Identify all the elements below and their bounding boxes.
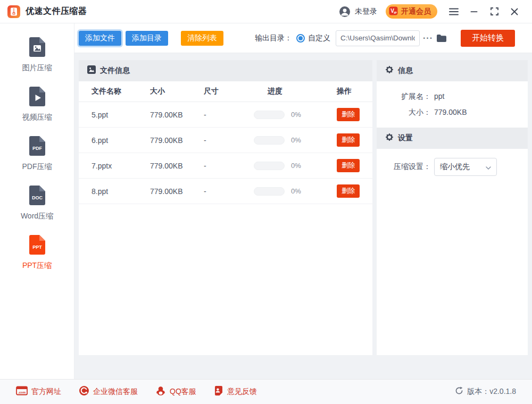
file-size: 779.00KB — [150, 136, 204, 145]
settings-body: 压缩设置： 缩小优先 — [377, 149, 528, 355]
close-icon[interactable] — [508, 5, 521, 19]
progress-bar — [254, 136, 285, 145]
file-size: 779.00KB — [150, 111, 204, 119]
progress-percent: 0% — [291, 111, 301, 119]
ppt-file-icon: PPT — [27, 234, 47, 257]
settings-panel-header: 设置 — [377, 128, 528, 149]
file-name: 8.ppt — [92, 187, 150, 196]
user-avatar-icon[interactable] — [338, 5, 352, 19]
app-brand: 优速文件压缩器 — [7, 5, 87, 18]
feedback-icon — [214, 385, 223, 398]
progress-bar — [254, 111, 285, 119]
custom-radio[interactable] — [296, 34, 305, 43]
sidebar: 图片压缩 视频压缩 PDF PDF压缩 DOC Word压缩 — [0, 23, 74, 379]
sidebar-item-video-compress[interactable]: 视频压缩 — [0, 86, 74, 122]
gear-icon — [385, 65, 394, 76]
sidebar-item-ppt-compress[interactable]: PPT PPT压缩 — [0, 234, 74, 271]
column-header-dimension: 尺寸 — [204, 87, 268, 96]
minimize-icon[interactable] — [467, 5, 481, 19]
info-panel-header: 信息 — [377, 60, 528, 81]
compress-setting-value: 缩小优先 — [440, 162, 470, 172]
gear-icon — [385, 133, 394, 144]
table-row: 8.ppt 779.00KB - 0% 删除 — [79, 179, 372, 204]
table-header: 文件名称 大小 尺寸 进度 操作 — [79, 81, 372, 102]
qq-icon — [155, 385, 166, 398]
extension-label: 扩展名： — [377, 88, 431, 104]
extension-value: ppt — [434, 88, 444, 104]
info-panel-title: 信息 — [398, 66, 413, 75]
feedback-label: 意见反馈 — [227, 387, 257, 397]
table-row: 7.pptx 779.00KB - 0% 删除 — [79, 153, 372, 179]
delete-button[interactable]: 删除 — [337, 133, 360, 147]
clear-list-button[interactable]: 清除列表 — [181, 31, 223, 46]
feedback-link[interactable]: 意见反馈 — [214, 385, 257, 398]
file-size: 779.00KB — [150, 162, 204, 170]
update-refresh-icon — [455, 386, 463, 397]
open-folder-icon[interactable] — [436, 34, 447, 43]
qq-service-link[interactable]: QQ客服 — [155, 385, 196, 398]
file-info-panel: 文件信息 文件名称 大小 尺寸 进度 操作 5.ppt 779.00KB - 0… — [79, 60, 372, 355]
add-directory-button[interactable]: 添加目录 — [126, 31, 168, 46]
app-window: 优速文件压缩器 未登录 VIP 开通会员 — [0, 0, 532, 404]
app-title: 优速文件压缩器 — [26, 6, 87, 17]
output-path-input[interactable] — [336, 30, 420, 46]
compress-setting-label: 压缩设置： — [377, 162, 431, 172]
doc-file-icon: DOC — [27, 184, 47, 208]
pdf-file-icon: PDF — [27, 135, 47, 158]
official-website-link[interactable]: .com 官方网址 — [16, 386, 61, 398]
extension-row: 扩展名： ppt — [377, 88, 528, 104]
video-file-icon — [27, 86, 47, 109]
info-body: 扩展名： ppt 大小： 779.00KB — [377, 81, 528, 128]
column-header-name: 文件名称 — [92, 87, 150, 96]
vip-button-label: 开通会员 — [401, 7, 431, 16]
content: 文件信息 文件名称 大小 尺寸 进度 操作 5.ppt 779.00KB - 0… — [74, 53, 532, 379]
wechat-work-icon — [79, 385, 89, 398]
table-row: 5.ppt 779.00KB - 0% 删除 — [79, 102, 372, 128]
delete-button[interactable]: 删除 — [337, 159, 360, 172]
right-panel: 信息 扩展名： ppt 大小： 779.00KB — [377, 60, 528, 355]
titlebar-controls: 未登录 VIP 开通会员 — [338, 4, 521, 19]
custom-radio-label[interactable]: 自定义 — [308, 33, 330, 43]
sidebar-item-image-compress[interactable]: 图片压缩 — [0, 36, 74, 73]
progress-bar — [254, 162, 285, 170]
file-info-icon — [87, 65, 96, 76]
settings-panel-title: 设置 — [398, 133, 413, 143]
vip-badge-icon: VIP — [389, 6, 398, 17]
browse-more-button[interactable]: ··· — [423, 33, 433, 43]
size-value: 779.00KB — [434, 104, 467, 120]
file-panel-title: 文件信息 — [100, 66, 130, 75]
svg-text:.com: .com — [18, 391, 26, 394]
delete-button[interactable]: 删除 — [337, 184, 360, 198]
sidebar-item-label: Word压缩 — [21, 212, 53, 221]
image-file-icon — [27, 36, 47, 60]
file-name: 5.ppt — [92, 111, 150, 119]
sidebar-item-label: PPT压缩 — [22, 261, 52, 271]
menu-icon[interactable] — [447, 5, 461, 19]
svg-text:PDF: PDF — [32, 146, 43, 151]
version-info: 版本：v2.0.1.8 — [455, 386, 516, 397]
compress-setting-row: 压缩设置： 缩小优先 — [377, 158, 528, 176]
sidebar-item-pdf-compress[interactable]: PDF PDF压缩 — [0, 135, 74, 172]
qq-service-label: QQ客服 — [170, 387, 196, 397]
footer: .com 官方网址 企业微信客服 QQ客服 意见反馈 版本：v — [0, 379, 532, 404]
delete-button[interactable]: 删除 — [337, 108, 360, 121]
wechat-work-service-link[interactable]: 企业微信客服 — [79, 385, 138, 398]
chevron-down-icon — [486, 162, 491, 172]
app-body: 图片压缩 视频压缩 PDF PDF压缩 DOC Word压缩 — [0, 23, 532, 379]
file-panel-header: 文件信息 — [79, 60, 372, 81]
toolbar: 添加文件 添加目录 清除列表 输出目录： 自定义 ··· 开始转换 — [74, 23, 532, 53]
website-icon: .com — [16, 386, 28, 398]
output-directory-group: 输出目录： 自定义 ··· — [255, 30, 461, 46]
radio-dot — [298, 36, 303, 40]
login-status[interactable]: 未登录 — [355, 7, 377, 16]
column-header-progress: 进度 — [268, 87, 337, 96]
sidebar-item-word-compress[interactable]: DOC Word压缩 — [0, 184, 74, 221]
version-label: 版本：v2.0.1.8 — [467, 387, 516, 397]
vip-button[interactable]: VIP 开通会员 — [386, 4, 437, 19]
add-file-button[interactable]: 添加文件 — [79, 31, 121, 46]
maximize-icon[interactable] — [487, 5, 501, 19]
column-header-action: 操作 — [337, 87, 360, 96]
start-convert-button[interactable]: 开始转换 — [461, 30, 515, 47]
compress-setting-select[interactable]: 缩小优先 — [434, 158, 497, 176]
output-dir-label: 输出目录： — [255, 33, 292, 43]
